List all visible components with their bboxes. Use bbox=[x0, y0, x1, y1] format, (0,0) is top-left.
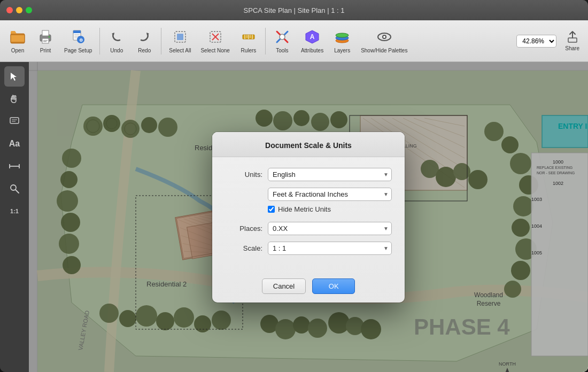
hide-metric-label[interactable]: Hide Metric Units bbox=[278, 205, 331, 213]
search-tool-icon bbox=[9, 183, 20, 194]
showhide-button[interactable]: Show/Hide Palettes bbox=[357, 25, 412, 57]
document-scale-units-dialog: Document Scale & Units Units: English Me… bbox=[212, 132, 405, 303]
rulers-icon bbox=[240, 28, 257, 45]
svg-rect-6 bbox=[43, 41, 47, 42]
close-button[interactable] bbox=[6, 7, 13, 13]
open-icon bbox=[9, 28, 26, 45]
zoom-control: 42.86% 50% 100% bbox=[516, 35, 556, 48]
svg-rect-10 bbox=[74, 34, 80, 35]
main-area: Aa 1:1 bbox=[0, 62, 588, 372]
scale-label: Scale: bbox=[225, 244, 262, 252]
svg-rect-38 bbox=[10, 118, 19, 123]
toolbar-sep-1 bbox=[99, 28, 100, 55]
undo-icon bbox=[108, 28, 125, 45]
comment-tool[interactable] bbox=[4, 111, 25, 131]
measure-tool-icon bbox=[9, 160, 20, 172]
rulers-label: Rulers bbox=[241, 48, 256, 53]
svg-point-28 bbox=[280, 34, 285, 40]
places-select[interactable]: 0.X 0.XX 0.XXX 0.XXXX bbox=[268, 222, 392, 235]
units-sub-select[interactable]: Feet & Fractional Inches Feet & Decimal … bbox=[268, 188, 392, 201]
measure-tool[interactable] bbox=[4, 156, 25, 176]
sidebar: Aa 1:1 bbox=[0, 62, 29, 372]
layers-label: Layers bbox=[334, 48, 350, 53]
rulers-button[interactable]: Rulers bbox=[235, 25, 262, 57]
layers-button[interactable]: Layers bbox=[329, 25, 355, 57]
pagesetup-label: Page Setup bbox=[64, 48, 92, 53]
selectnone-icon bbox=[207, 28, 224, 45]
dialog-footer: Cancel OK bbox=[212, 272, 405, 303]
attributes-label: Attributes bbox=[301, 48, 323, 53]
units-row: Units: English Metric ▼ bbox=[225, 168, 392, 181]
units-label: Units: bbox=[225, 170, 262, 179]
toolbar-right: 42.86% 50% 100% Share bbox=[516, 27, 584, 55]
arrow-tool-icon bbox=[9, 71, 20, 82]
redo-icon bbox=[136, 28, 153, 45]
undo-label: Undo bbox=[110, 48, 123, 53]
places-select-wrap: 0.X 0.XX 0.XXX 0.XXXX ▼ bbox=[268, 222, 392, 235]
selectall-label: Select All bbox=[169, 48, 191, 53]
selectall-icon bbox=[172, 28, 189, 45]
undo-button[interactable]: Undo bbox=[103, 25, 130, 57]
units-sub-select-wrap: Feet & Fractional Inches Feet & Decimal … bbox=[268, 188, 392, 201]
pagesetup-icon: ⚙ bbox=[69, 28, 87, 45]
svg-text:A: A bbox=[310, 33, 315, 41]
search-tool[interactable] bbox=[4, 179, 25, 199]
arrow-tool[interactable] bbox=[4, 66, 25, 87]
traffic-lights bbox=[6, 7, 32, 13]
zoom-select[interactable]: 42.86% 50% 100% bbox=[516, 35, 556, 48]
minimize-button[interactable] bbox=[16, 7, 22, 13]
units-select-wrap: English Metric ▼ bbox=[268, 168, 392, 181]
window-title: SPCA Site Plan | Site Plan | 1 : 1 bbox=[244, 6, 345, 14]
scale-tool[interactable]: 1:1 bbox=[4, 201, 25, 221]
share-icon bbox=[566, 30, 579, 43]
attributes-button[interactable]: A Attributes bbox=[297, 25, 328, 57]
toolbar: Open Print ⚙ Page Setup Undo Redo bbox=[0, 20, 588, 62]
dialog-title: Document Scale & Units bbox=[265, 141, 352, 150]
app-window: SPCA Site Plan | Site Plan | 1 : 1 Open … bbox=[0, 0, 588, 372]
selectnone-button[interactable]: Select None bbox=[196, 25, 234, 57]
svg-rect-1 bbox=[11, 35, 25, 42]
hand-tool[interactable] bbox=[4, 89, 25, 109]
text-tool-icon: Aa bbox=[9, 139, 20, 149]
selectnone-label: Select None bbox=[200, 48, 229, 53]
print-button[interactable]: Print bbox=[32, 25, 59, 57]
pagesetup-button[interactable]: ⚙ Page Setup bbox=[60, 25, 96, 57]
hide-metric-checkbox[interactable] bbox=[268, 206, 275, 213]
showhide-icon bbox=[376, 28, 393, 45]
dialog-header: Document Scale & Units bbox=[212, 132, 405, 157]
attributes-icon: A bbox=[304, 28, 321, 45]
text-tool[interactable]: Aa bbox=[4, 134, 25, 154]
svg-rect-3 bbox=[42, 30, 49, 36]
comment-tool-icon bbox=[9, 116, 20, 127]
svg-text:⚙: ⚙ bbox=[79, 38, 83, 43]
svg-point-7 bbox=[49, 36, 50, 38]
titlebar: SPCA Site Plan | Site Plan | 1 : 1 bbox=[0, 0, 588, 20]
places-label: Places: bbox=[225, 224, 262, 232]
svg-rect-5 bbox=[43, 40, 48, 41]
showhide-label: Show/Hide Palettes bbox=[361, 48, 407, 53]
scale-select[interactable]: 1 : 1 1 : 2 1 : 4 bbox=[268, 242, 392, 255]
ok-button[interactable]: OK bbox=[312, 278, 355, 294]
cancel-button[interactable]: Cancel bbox=[262, 278, 306, 294]
toolbar-sep-2 bbox=[161, 28, 161, 55]
toolbar-sep-3 bbox=[265, 28, 266, 55]
redo-label: Redo bbox=[138, 48, 151, 53]
redo-button[interactable]: Redo bbox=[131, 25, 158, 57]
svg-rect-37 bbox=[568, 38, 577, 42]
units-sub-row: Feet & Fractional Inches Feet & Decimal … bbox=[225, 188, 392, 201]
selectall-button[interactable]: Select All bbox=[165, 25, 195, 57]
tools-label: Tools bbox=[276, 48, 288, 53]
units-select[interactable]: English Metric bbox=[268, 168, 392, 181]
svg-point-36 bbox=[383, 36, 385, 38]
share-button[interactable]: Share bbox=[561, 27, 584, 55]
modal-overlay: Document Scale & Units Units: English Me… bbox=[29, 62, 588, 372]
print-label: Print bbox=[40, 48, 51, 53]
open-button[interactable]: Open bbox=[4, 25, 31, 57]
canvas-area[interactable]: PHASE 4 Residential 2 Residential 2 Gree… bbox=[29, 62, 588, 372]
open-label: Open bbox=[11, 48, 24, 53]
hide-metric-row: Hide Metric Units bbox=[225, 205, 392, 213]
maximize-button[interactable] bbox=[26, 7, 32, 13]
hand-tool-icon bbox=[9, 93, 20, 105]
svg-line-45 bbox=[16, 190, 19, 193]
tools-button[interactable]: Tools bbox=[269, 25, 296, 57]
